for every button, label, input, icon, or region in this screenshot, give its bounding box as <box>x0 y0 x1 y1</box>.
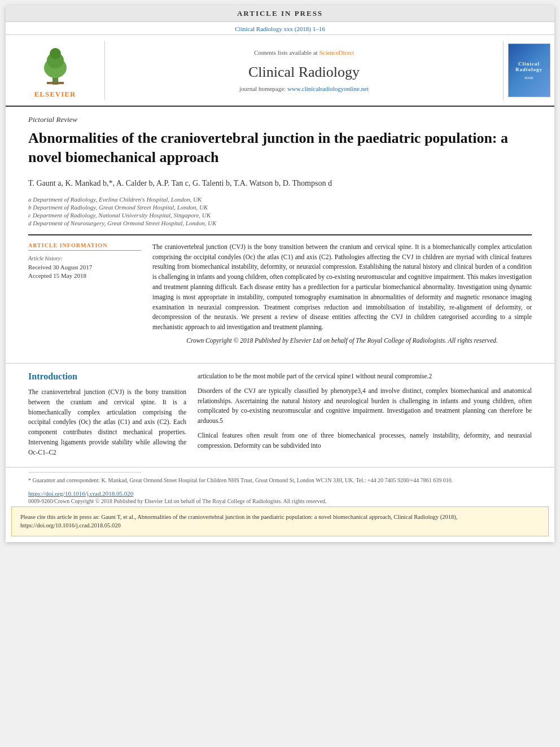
page: ARTICLE IN PRESS Clinical Radiology xxx … <box>6 6 554 542</box>
abstract-paragraph: The craniovertebral junction (CVJ) is th… <box>152 242 532 333</box>
citation-text: Please cite this article in press as: Ga… <box>20 514 457 529</box>
affiliation-a: a Department of Radiology, Evelina Child… <box>28 196 532 203</box>
introduction-section: Introduction The craniovertebral junctio… <box>6 372 554 462</box>
doi-area: https://doi.org/10.1016/j.crad.2018.05.0… <box>6 484 554 506</box>
journal-header-center: Contents lists available at ScienceDirec… <box>104 41 504 100</box>
contents-line: Contents lists available at ScienceDirec… <box>254 49 354 56</box>
contents-label: Contents lists available at <box>254 49 319 56</box>
sciencedirect-link[interactable]: ScienceDirect <box>319 49 354 56</box>
intro-paragraph-1: The craniovertebral junction (CVJ) is th… <box>28 387 186 458</box>
svg-rect-4 <box>47 82 64 84</box>
article-title: Abnormalities of the craniovertebral jun… <box>28 129 532 167</box>
intro-para2-text: Disorders of the CVJ are typically class… <box>198 387 532 424</box>
intro-left-col: Introduction The craniovertebral junctio… <box>28 372 186 462</box>
elsevier-tree-icon <box>33 42 78 88</box>
affiliation-d: d Department of Neurosurgery, Great Ormo… <box>28 220 532 226</box>
authors-line: T. Gaunt a, K. Mankad b,*, A. Calder b, … <box>28 176 532 190</box>
homepage-url[interactable]: www.clinicalradiologyonline.net <box>287 85 369 92</box>
journal-cover-area: Clinical Radiology BSIR <box>504 41 554 100</box>
footnote-area: * Guarantor and correspondent: K. Mankad… <box>6 467 554 484</box>
abstract-col: The craniovertebral junction (CVJ) is th… <box>152 242 532 350</box>
affiliation-b: b Department of Radiology, Great Ormond … <box>28 204 532 211</box>
accepted-date: Accepted 15 May 2018 <box>28 272 141 279</box>
doi-link[interactable]: https://doi.org/10.1016/j.crad.2018.05.0… <box>28 490 133 497</box>
main-content: Pictorial Review Abnormalities of the cr… <box>6 107 554 355</box>
received-date: Received 30 August 2017 <box>28 264 141 270</box>
article-in-press-banner: ARTICLE IN PRESS <box>6 6 554 22</box>
article-info-col: ARTICLE INFORMATION Article history: Rec… <box>28 242 141 350</box>
svg-point-3 <box>50 48 61 59</box>
intro-para1-right-text: articulation to be the most mobile part … <box>198 373 432 379</box>
journal-cover-image: Clinical Radiology BSIR <box>508 43 550 97</box>
journal-title: Clinical Radiology <box>248 64 360 81</box>
guarantor-footnote: * Guarantor and correspondent: K. Mankad… <box>28 476 532 484</box>
doi-copyright: 0009-9260/Crown Copyright © 2018 Publish… <box>28 498 532 504</box>
introduction-heading: Introduction <box>28 372 186 382</box>
citation-bar: Please cite this article in press as: Ga… <box>11 506 549 537</box>
intro-para3-text: Clinical features often result from one … <box>198 432 532 449</box>
section-type: Pictorial Review <box>28 115 532 124</box>
article-history-label: Article history: <box>28 255 141 261</box>
intro-right-col: articulation to be the most mobile part … <box>198 372 532 462</box>
journal-citation: Clinical Radiology xxx (2018) 1–16 <box>235 25 325 32</box>
intro-paragraph-3: Clinical features often result from one … <box>198 431 532 451</box>
abstract-text: The craniovertebral junction (CVJ) is th… <box>152 242 532 346</box>
copyright-text: Crown Copyright © 2018 Published by Else… <box>152 336 532 346</box>
banner-text: ARTICLE IN PRESS <box>237 9 323 18</box>
affiliation-c: c Department of Radiology, National Univ… <box>28 212 532 219</box>
elsevier-logo-area: ELSEVIER <box>6 41 104 100</box>
journal-homepage: journal homepage: www.clinicalradiologyo… <box>239 85 369 92</box>
elsevier-logo: ELSEVIER <box>33 42 78 99</box>
affiliations-block: a Department of Radiology, Evelina Child… <box>28 196 532 226</box>
section-divider <box>6 363 554 364</box>
intro-paragraph-1-cont: articulation to be the most mobile part … <box>198 372 532 382</box>
authors-text: T. Gaunt a, K. Mankad b,*, A. Calder b, … <box>28 179 332 187</box>
article-info-abstract-section: ARTICLE INFORMATION Article history: Rec… <box>28 234 532 350</box>
abstract-copyright: Crown Copyright © 2018 Published by Else… <box>186 337 497 344</box>
journal-info-bar: Clinical Radiology xxx (2018) 1–16 <box>6 22 554 35</box>
intro-paragraph-2: Disorders of the CVJ are typically class… <box>198 386 532 426</box>
header-section: ELSEVIER Contents lists available at Sci… <box>6 35 554 107</box>
intro-para1-text: The craniovertebral junction (CVJ) is th… <box>28 388 186 456</box>
article-info-header: ARTICLE INFORMATION <box>28 242 141 251</box>
elsevier-brand: ELSEVIER <box>34 90 76 99</box>
homepage-label: journal homepage: <box>239 85 286 92</box>
